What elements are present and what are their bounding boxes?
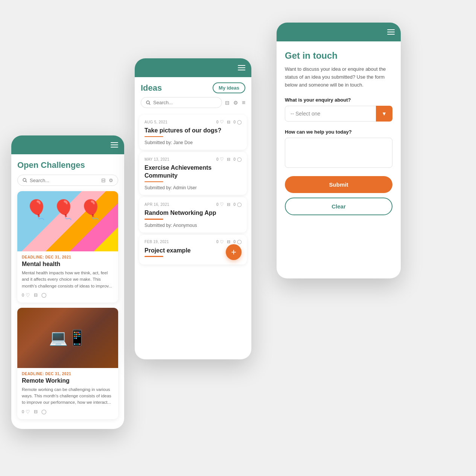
submit-button[interactable]: Submit bbox=[285, 176, 392, 193]
phone1-body: Open Challenges ⊟ ⚙ DEADLINE: DEC 31, 20… bbox=[11, 154, 124, 429]
open-challenges-title: Open Challenges bbox=[17, 160, 118, 170]
challenges-search-input[interactable] bbox=[30, 178, 99, 183]
search-actions: ⊟ ⚙ bbox=[101, 177, 113, 183]
idea-title-1: Take pictures of our dogs? bbox=[144, 127, 242, 135]
svg-line-3 bbox=[149, 103, 150, 105]
idea-likes-1: 0 bbox=[216, 120, 219, 124]
my-ideas-button[interactable]: My ideas bbox=[213, 82, 245, 93]
phone3-header bbox=[277, 23, 401, 41]
phone2-body: Ideas My ideas ⊟ ⚙ ≡ AUG 5, 2021 bbox=[135, 77, 251, 265]
idea-underline-3 bbox=[144, 219, 163, 220]
search-bar-challenges[interactable]: ⊟ ⚙ bbox=[17, 175, 118, 186]
idea-card-networking[interactable]: APR 16, 2021 0 ♡ ⊟ 0 ◯ Random Networking… bbox=[139, 197, 247, 232]
idea-heart-icon-4[interactable]: ♡ bbox=[220, 239, 224, 245]
idea-underline-4 bbox=[144, 256, 163, 257]
challenge-title-2: Remote Working bbox=[22, 377, 114, 384]
idea-meta-2: MAY 13, 2021 0 ♡ ⊟ 0 ◯ bbox=[144, 157, 242, 162]
challenge-card-body: DEADLINE: DEC 31, 2021 Mental health Men… bbox=[17, 251, 118, 303]
ideas-top-bar: Ideas My ideas bbox=[135, 77, 251, 97]
phone-open-challenges: Open Challenges ⊟ ⚙ DEADLINE: DEC 31, 20… bbox=[11, 135, 124, 429]
idea-likes-2: 0 bbox=[216, 157, 219, 161]
bookmark-icon[interactable]: ⊟ bbox=[34, 292, 38, 298]
comment-icon-2[interactable]: ◯ bbox=[41, 409, 46, 414]
idea-submitted-1: Submitted by: Jane Doe bbox=[144, 140, 242, 145]
idea-actions-3: 0 ♡ ⊟ 0 ◯ bbox=[216, 202, 242, 207]
idea-actions-4: 0 ♡ ⊟ 0 ◯ bbox=[216, 239, 242, 245]
idea-comment-icon-1[interactable]: ◯ bbox=[237, 120, 242, 125]
idea-comments-3: 0 bbox=[233, 202, 236, 207]
idea-likes-3: 0 bbox=[216, 202, 219, 207]
help-textarea[interactable] bbox=[285, 138, 392, 168]
deadline-label: DEADLINE: DEC 31, 2021 bbox=[22, 255, 114, 259]
challenge-image-balloons bbox=[17, 191, 118, 251]
ideas-page-title: Ideas bbox=[141, 83, 162, 93]
idea-likes-4: 0 bbox=[216, 240, 219, 244]
ideas-search-bar[interactable] bbox=[141, 97, 222, 108]
ideas-bookmark-icon[interactable]: ⊟ bbox=[225, 100, 230, 106]
idea-bookmark-icon-4[interactable]: ⊟ bbox=[227, 239, 230, 244]
idea-bookmark-icon-3[interactable]: ⊟ bbox=[227, 202, 230, 207]
ideas-search-input[interactable] bbox=[153, 100, 217, 105]
contact-page-title: Get in touch bbox=[285, 50, 392, 61]
ideas-search-row: ⊟ ⚙ ≡ bbox=[135, 97, 251, 113]
phone2-header bbox=[135, 58, 251, 77]
bookmark-icon[interactable]: ⊟ bbox=[101, 177, 106, 183]
challenge-description: Mental health impacts how we think, act,… bbox=[22, 270, 114, 289]
idea-bookmark-icon-2[interactable]: ⊟ bbox=[227, 157, 230, 162]
enquiry-select[interactable]: -- Select one bbox=[285, 106, 392, 122]
idea-actions-1: 0 ♡ ⊟ 0 ◯ bbox=[216, 119, 242, 125]
comment-icon[interactable]: ◯ bbox=[41, 292, 46, 298]
phone-get-in-touch: Get in touch Want to discuss your idea o… bbox=[277, 23, 401, 278]
idea-underline-2 bbox=[144, 181, 163, 182]
hamburger-menu-icon[interactable] bbox=[111, 142, 118, 148]
idea-card-exercise[interactable]: MAY 13, 2021 0 ♡ ⊟ 0 ◯ Exercise Achievem… bbox=[139, 152, 247, 195]
hamburger-menu-icon-3[interactable] bbox=[387, 29, 395, 35]
idea-heart-icon-3[interactable]: ♡ bbox=[220, 202, 224, 207]
idea-meta-1: AUG 5, 2021 0 ♡ ⊟ 0 ◯ bbox=[144, 119, 242, 125]
enquiry-label: What is your enquiry about? bbox=[285, 97, 392, 103]
deadline-label-2: DEADLINE: DEC 31, 2021 bbox=[22, 372, 114, 376]
idea-heart-icon-2[interactable]: ♡ bbox=[220, 157, 224, 162]
challenge-description-2: Remote working can be challenging in var… bbox=[22, 386, 114, 406]
idea-comment-icon-3[interactable]: ◯ bbox=[237, 202, 242, 207]
idea-card-project[interactable]: FEB 19, 2021 0 ♡ ⊟ 0 ◯ Project example + bbox=[139, 235, 247, 265]
idea-underline-1 bbox=[144, 136, 163, 137]
card-actions: 0 ♡ ⊟ ◯ bbox=[22, 292, 114, 298]
idea-meta-4: FEB 19, 2021 0 ♡ ⊟ 0 ◯ bbox=[144, 239, 242, 245]
heart-icon[interactable]: ♡ bbox=[26, 292, 30, 298]
fab-add-idea-button[interactable]: + bbox=[226, 244, 242, 260]
idea-submitted-3: Submitted by: Anonymous bbox=[144, 223, 242, 228]
ideas-sort-icon[interactable]: ≡ bbox=[242, 99, 245, 106]
challenge-card-remote-working[interactable]: DEADLINE: DEC 31, 2021 Remote Working Re… bbox=[17, 308, 118, 419]
idea-comment-icon-2[interactable]: ◯ bbox=[237, 157, 242, 162]
filter-icon[interactable]: ⚙ bbox=[109, 178, 113, 183]
idea-comments-4: 0 bbox=[233, 240, 236, 244]
idea-date-4: FEB 19, 2021 bbox=[144, 240, 169, 244]
svg-line-1 bbox=[26, 181, 27, 182]
phone-ideas: Ideas My ideas ⊟ ⚙ ≡ AUG 5, 2021 bbox=[135, 58, 251, 359]
idea-title-2: Exercise Achievements Community bbox=[144, 164, 242, 180]
ideas-filter-icon[interactable]: ⚙ bbox=[233, 100, 238, 106]
challenge-card-mental-health[interactable]: DEADLINE: DEC 31, 2021 Mental health Men… bbox=[17, 191, 118, 303]
idea-comments-2: 0 bbox=[233, 157, 236, 161]
hamburger-menu-icon-2[interactable] bbox=[238, 65, 245, 70]
idea-heart-icon-1[interactable]: ♡ bbox=[220, 119, 224, 125]
like-count-2: 0 bbox=[22, 409, 24, 414]
svg-point-0 bbox=[23, 178, 26, 181]
idea-card-take-pictures[interactable]: AUG 5, 2021 0 ♡ ⊟ 0 ◯ Take pictures of o… bbox=[139, 115, 247, 150]
challenge-card-body-2: DEADLINE: DEC 31, 2021 Remote Working Re… bbox=[17, 368, 118, 419]
idea-date-3: APR 16, 2021 bbox=[144, 202, 169, 207]
idea-comments-1: 0 bbox=[233, 120, 236, 124]
idea-bookmark-icon-1[interactable]: ⊟ bbox=[227, 120, 230, 125]
clear-button[interactable]: Clear bbox=[285, 198, 392, 215]
heart-icon-2[interactable]: ♡ bbox=[26, 409, 30, 415]
bookmark-icon-2[interactable]: ⊟ bbox=[34, 409, 38, 414]
help-label: How can we help you today? bbox=[285, 129, 392, 135]
idea-comment-icon-4[interactable]: ◯ bbox=[237, 239, 242, 244]
idea-title-3: Random Networking App bbox=[144, 209, 242, 217]
ideas-search-icon bbox=[146, 100, 151, 105]
enquiry-select-wrapper: -- Select one ▼ bbox=[285, 106, 392, 122]
svg-point-2 bbox=[146, 101, 149, 104]
challenge-image-laptop bbox=[17, 308, 118, 368]
challenge-title: Mental health bbox=[22, 261, 114, 268]
